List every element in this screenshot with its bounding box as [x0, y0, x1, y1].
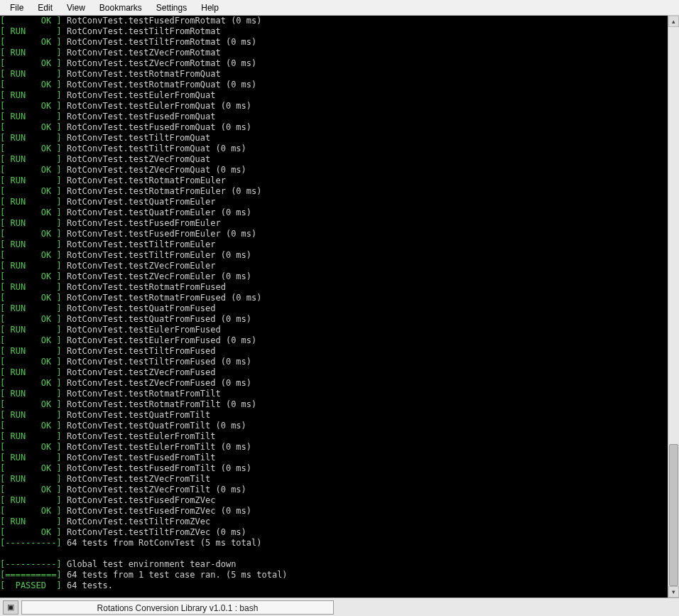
menu-edit[interactable]: Edit [31, 1, 60, 14]
terminal-line: [ OK ] RotConvTest.testTiltFromZVec (0 m… [0, 527, 668, 538]
terminal-line: [ OK ] RotConvTest.testZVecFromTilt (0 m… [0, 485, 668, 495]
terminal-line: [ RUN ] RotConvTest.testZVecFromFused [0, 367, 668, 378]
terminal-line: [ OK ] RotConvTest.testTiltFromEuler (0 … [0, 250, 668, 261]
terminal-line: [ OK ] RotConvTest.testEulerFromQuat (0 … [0, 101, 668, 112]
terminal-line: [ OK ] RotConvTest.testEulerFromTilt (0 … [0, 442, 668, 453]
launcher-button[interactable]: ▣ [3, 600, 18, 615]
menubar: FileEditViewBookmarksSettingsHelp [0, 0, 679, 16]
scroll-thumb[interactable] [669, 444, 678, 586]
terminal-line: [----------] Global test environment tea… [0, 559, 668, 570]
taskbar: ▣ Rotations Conversion Library v1.0.1 : … [0, 598, 679, 616]
terminal-line: [ RUN ] RotConvTest.testTiltFromQuat [0, 133, 668, 144]
menu-view[interactable]: View [60, 1, 92, 14]
menu-file[interactable]: File [3, 1, 31, 14]
terminal-line: [ RUN ] RotConvTest.testEulerFromTilt [0, 431, 668, 442]
scroll-track[interactable] [668, 27, 679, 586]
terminal-line: [ OK ] RotConvTest.testFusedFromTilt (0 … [0, 463, 668, 474]
terminal-line: [ RUN ] RotConvTest.testRotmatFromQuat [0, 69, 668, 80]
terminal-line: [ OK ] RotConvTest.testEulerFromFused (0… [0, 335, 668, 346]
terminal-line: [ OK ] RotConvTest.testRotmatFromEuler (… [0, 186, 668, 197]
terminal-line: [ PASSED ] 64 tests. [0, 580, 668, 591]
terminal-line [0, 549, 668, 559]
terminal-line: [ RUN ] RotConvTest.testZVecFromRotmat [0, 48, 668, 58]
terminal-line: [ RUN ] RotConvTest.testTiltFromEuler [0, 239, 668, 250]
terminal-line: [ OK ] RotConvTest.testTiltFromQuat (0 m… [0, 144, 668, 154]
terminal-line: [ RUN ] RotConvTest.testZVecFromQuat [0, 154, 668, 165]
terminal-line: [ RUN ] RotConvTest.testZVecFromTilt [0, 474, 668, 485]
terminal-line: [ OK ] RotConvTest.testFusedFromQuat (0 … [0, 122, 668, 133]
terminal-line: [ OK ] RotConvTest.testTiltFromRotmat (0… [0, 37, 668, 48]
terminal[interactable]: [ OK ] RotConvTest.testFusedFromRotmat (… [0, 16, 668, 598]
terminal-line: [ RUN ] RotConvTest.testQuatFromEuler [0, 197, 668, 207]
menu-bookmarks[interactable]: Bookmarks [92, 1, 149, 14]
terminal-line: [----------] 64 tests from RotConvTest (… [0, 538, 668, 549]
terminal-line: [ RUN ] RotConvTest.testTiltFromRotmat [0, 26, 668, 37]
terminal-line: [ RUN ] RotConvTest.testQuatFromFused [0, 303, 668, 314]
terminal-line: [ OK ] RotConvTest.testRotmatFromTilt (0… [0, 399, 668, 410]
terminal-line: [ RUN ] RotConvTest.testFusedFromTilt [0, 453, 668, 463]
terminal-line: [ OK ] RotConvTest.testTiltFromFused (0 … [0, 357, 668, 367]
scroll-down-icon[interactable]: ▾ [668, 586, 679, 598]
terminal-line: [ OK ] RotConvTest.testFusedFromZVec (0 … [0, 506, 668, 517]
terminal-line: [ RUN ] RotConvTest.testZVecFromEuler [0, 261, 668, 271]
scroll-up-icon[interactable]: ▴ [668, 16, 679, 27]
terminal-line: [ RUN ] RotConvTest.testFusedFromEuler [0, 218, 668, 229]
terminal-line: [==========] 64 tests from 1 test case r… [0, 570, 668, 580]
terminal-line: [ RUN ] RotConvTest.testTiltFromZVec [0, 517, 668, 527]
terminal-icon: ▣ [7, 603, 14, 612]
menu-settings[interactable]: Settings [149, 1, 194, 14]
terminal-line: [ RUN ] RotConvTest.testFusedFromQuat [0, 112, 668, 122]
terminal-line: [ RUN ] RotConvTest.testRotmatFromFused [0, 282, 668, 293]
terminal-line: [ RUN ] RotConvTest.testQuatFromTilt [0, 410, 668, 421]
terminal-line: [ RUN ] RotConvTest.testFusedFromZVec [0, 495, 668, 506]
task-button[interactable]: Rotations Conversion Library v1.0.1 : ba… [21, 600, 334, 615]
terminal-line: [ OK ] RotConvTest.testRotmatFromFused (… [0, 293, 668, 303]
terminal-line: [ RUN ] RotConvTest.testRotmatFromTilt [0, 389, 668, 399]
terminal-line: [ RUN ] RotConvTest.testRotmatFromEuler [0, 175, 668, 186]
terminal-line: [ OK ] RotConvTest.testQuatFromEuler (0 … [0, 207, 668, 218]
terminal-line: [ OK ] RotConvTest.testFusedFromRotmat (… [0, 16, 668, 26]
terminal-line: [ RUN ] RotConvTest.testEulerFromFused [0, 325, 668, 335]
terminal-line: [ OK ] RotConvTest.testFusedFromEuler (0… [0, 229, 668, 239]
terminal-line: [ OK ] RotConvTest.testQuatFromFused (0 … [0, 314, 668, 325]
menu-help[interactable]: Help [194, 1, 226, 14]
terminal-line: [ OK ] RotConvTest.testZVecFromFused (0 … [0, 378, 668, 389]
terminal-line: [ OK ] RotConvTest.testZVecFromRotmat (0… [0, 58, 668, 69]
scrollbar[interactable]: ▴ ▾ [668, 16, 679, 598]
terminal-line: [ OK ] RotConvTest.testQuatFromTilt (0 m… [0, 421, 668, 431]
terminal-line: [ OK ] RotConvTest.testRotmatFromQuat (0… [0, 80, 668, 90]
terminal-line: [ RUN ] RotConvTest.testEulerFromQuat [0, 90, 668, 101]
terminal-line: [ OK ] RotConvTest.testZVecFromEuler (0 … [0, 271, 668, 282]
terminal-wrap: [ OK ] RotConvTest.testFusedFromRotmat (… [0, 16, 679, 598]
terminal-line: [ RUN ] RotConvTest.testTiltFromFused [0, 346, 668, 357]
terminal-line: [ OK ] RotConvTest.testZVecFromQuat (0 m… [0, 165, 668, 175]
